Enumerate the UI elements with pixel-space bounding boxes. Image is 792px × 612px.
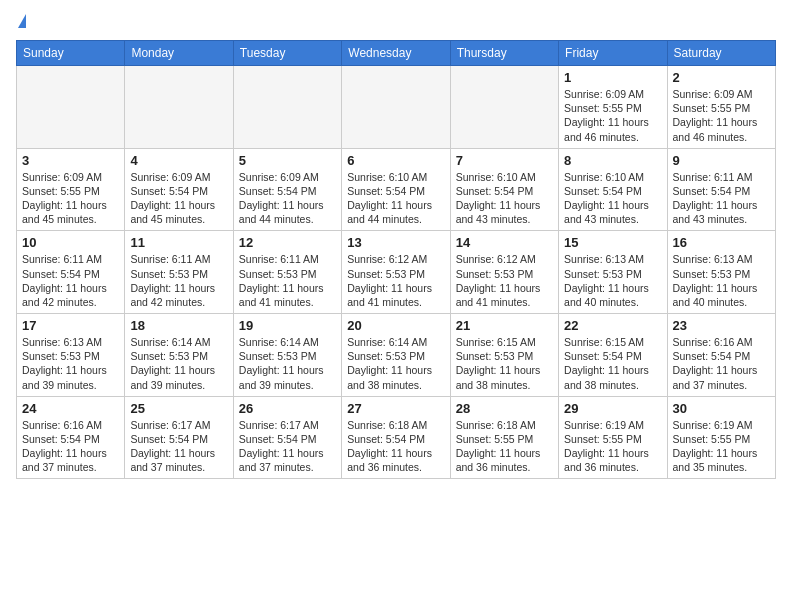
col-header-saturday: Saturday bbox=[667, 41, 775, 66]
calendar-table: SundayMondayTuesdayWednesdayThursdayFrid… bbox=[16, 40, 776, 479]
calendar-cell bbox=[125, 66, 233, 149]
calendar-cell: 18Sunrise: 6:14 AM Sunset: 5:53 PM Dayli… bbox=[125, 314, 233, 397]
calendar-cell: 14Sunrise: 6:12 AM Sunset: 5:53 PM Dayli… bbox=[450, 231, 558, 314]
day-info: Sunrise: 6:10 AM Sunset: 5:54 PM Dayligh… bbox=[347, 170, 444, 227]
calendar-cell: 30Sunrise: 6:19 AM Sunset: 5:55 PM Dayli… bbox=[667, 396, 775, 479]
day-number: 3 bbox=[22, 153, 119, 168]
col-header-sunday: Sunday bbox=[17, 41, 125, 66]
calendar-cell: 5Sunrise: 6:09 AM Sunset: 5:54 PM Daylig… bbox=[233, 148, 341, 231]
calendar-cell: 8Sunrise: 6:10 AM Sunset: 5:54 PM Daylig… bbox=[559, 148, 667, 231]
day-number: 27 bbox=[347, 401, 444, 416]
calendar-cell: 2Sunrise: 6:09 AM Sunset: 5:55 PM Daylig… bbox=[667, 66, 775, 149]
day-info: Sunrise: 6:16 AM Sunset: 5:54 PM Dayligh… bbox=[673, 335, 770, 392]
calendar-cell: 12Sunrise: 6:11 AM Sunset: 5:53 PM Dayli… bbox=[233, 231, 341, 314]
calendar-cell: 4Sunrise: 6:09 AM Sunset: 5:54 PM Daylig… bbox=[125, 148, 233, 231]
day-number: 1 bbox=[564, 70, 661, 85]
day-number: 11 bbox=[130, 235, 227, 250]
calendar-week-row: 24Sunrise: 6:16 AM Sunset: 5:54 PM Dayli… bbox=[17, 396, 776, 479]
day-info: Sunrise: 6:09 AM Sunset: 5:54 PM Dayligh… bbox=[130, 170, 227, 227]
day-info: Sunrise: 6:13 AM Sunset: 5:53 PM Dayligh… bbox=[564, 252, 661, 309]
day-info: Sunrise: 6:09 AM Sunset: 5:54 PM Dayligh… bbox=[239, 170, 336, 227]
day-info: Sunrise: 6:15 AM Sunset: 5:53 PM Dayligh… bbox=[456, 335, 553, 392]
col-header-friday: Friday bbox=[559, 41, 667, 66]
day-info: Sunrise: 6:14 AM Sunset: 5:53 PM Dayligh… bbox=[130, 335, 227, 392]
day-number: 19 bbox=[239, 318, 336, 333]
day-number: 15 bbox=[564, 235, 661, 250]
calendar-cell: 23Sunrise: 6:16 AM Sunset: 5:54 PM Dayli… bbox=[667, 314, 775, 397]
day-number: 14 bbox=[456, 235, 553, 250]
day-number: 29 bbox=[564, 401, 661, 416]
day-info: Sunrise: 6:09 AM Sunset: 5:55 PM Dayligh… bbox=[564, 87, 661, 144]
calendar-cell bbox=[450, 66, 558, 149]
day-info: Sunrise: 6:14 AM Sunset: 5:53 PM Dayligh… bbox=[347, 335, 444, 392]
calendar-cell: 26Sunrise: 6:17 AM Sunset: 5:54 PM Dayli… bbox=[233, 396, 341, 479]
day-info: Sunrise: 6:17 AM Sunset: 5:54 PM Dayligh… bbox=[130, 418, 227, 475]
day-number: 4 bbox=[130, 153, 227, 168]
calendar-cell: 3Sunrise: 6:09 AM Sunset: 5:55 PM Daylig… bbox=[17, 148, 125, 231]
day-info: Sunrise: 6:15 AM Sunset: 5:54 PM Dayligh… bbox=[564, 335, 661, 392]
calendar-cell: 1Sunrise: 6:09 AM Sunset: 5:55 PM Daylig… bbox=[559, 66, 667, 149]
day-info: Sunrise: 6:12 AM Sunset: 5:53 PM Dayligh… bbox=[347, 252, 444, 309]
calendar-cell: 15Sunrise: 6:13 AM Sunset: 5:53 PM Dayli… bbox=[559, 231, 667, 314]
calendar-cell: 20Sunrise: 6:14 AM Sunset: 5:53 PM Dayli… bbox=[342, 314, 450, 397]
day-info: Sunrise: 6:13 AM Sunset: 5:53 PM Dayligh… bbox=[22, 335, 119, 392]
day-number: 21 bbox=[456, 318, 553, 333]
day-info: Sunrise: 6:09 AM Sunset: 5:55 PM Dayligh… bbox=[673, 87, 770, 144]
calendar-cell: 29Sunrise: 6:19 AM Sunset: 5:55 PM Dayli… bbox=[559, 396, 667, 479]
calendar-cell: 19Sunrise: 6:14 AM Sunset: 5:53 PM Dayli… bbox=[233, 314, 341, 397]
calendar-cell: 27Sunrise: 6:18 AM Sunset: 5:54 PM Dayli… bbox=[342, 396, 450, 479]
day-info: Sunrise: 6:18 AM Sunset: 5:55 PM Dayligh… bbox=[456, 418, 553, 475]
day-number: 10 bbox=[22, 235, 119, 250]
calendar-cell: 16Sunrise: 6:13 AM Sunset: 5:53 PM Dayli… bbox=[667, 231, 775, 314]
col-header-monday: Monday bbox=[125, 41, 233, 66]
calendar-cell: 25Sunrise: 6:17 AM Sunset: 5:54 PM Dayli… bbox=[125, 396, 233, 479]
calendar-cell: 9Sunrise: 6:11 AM Sunset: 5:54 PM Daylig… bbox=[667, 148, 775, 231]
calendar-cell: 11Sunrise: 6:11 AM Sunset: 5:53 PM Dayli… bbox=[125, 231, 233, 314]
logo-triangle-icon bbox=[18, 14, 26, 28]
day-number: 8 bbox=[564, 153, 661, 168]
col-header-tuesday: Tuesday bbox=[233, 41, 341, 66]
day-info: Sunrise: 6:13 AM Sunset: 5:53 PM Dayligh… bbox=[673, 252, 770, 309]
day-number: 5 bbox=[239, 153, 336, 168]
calendar-week-row: 3Sunrise: 6:09 AM Sunset: 5:55 PM Daylig… bbox=[17, 148, 776, 231]
logo bbox=[16, 16, 26, 28]
calendar-cell: 28Sunrise: 6:18 AM Sunset: 5:55 PM Dayli… bbox=[450, 396, 558, 479]
day-info: Sunrise: 6:11 AM Sunset: 5:53 PM Dayligh… bbox=[130, 252, 227, 309]
day-number: 28 bbox=[456, 401, 553, 416]
day-number: 20 bbox=[347, 318, 444, 333]
col-header-wednesday: Wednesday bbox=[342, 41, 450, 66]
day-info: Sunrise: 6:19 AM Sunset: 5:55 PM Dayligh… bbox=[673, 418, 770, 475]
day-number: 30 bbox=[673, 401, 770, 416]
day-number: 25 bbox=[130, 401, 227, 416]
day-number: 26 bbox=[239, 401, 336, 416]
calendar-week-row: 1Sunrise: 6:09 AM Sunset: 5:55 PM Daylig… bbox=[17, 66, 776, 149]
calendar-cell: 21Sunrise: 6:15 AM Sunset: 5:53 PM Dayli… bbox=[450, 314, 558, 397]
calendar-cell bbox=[233, 66, 341, 149]
day-info: Sunrise: 6:14 AM Sunset: 5:53 PM Dayligh… bbox=[239, 335, 336, 392]
day-number: 23 bbox=[673, 318, 770, 333]
day-number: 18 bbox=[130, 318, 227, 333]
day-info: Sunrise: 6:10 AM Sunset: 5:54 PM Dayligh… bbox=[564, 170, 661, 227]
calendar-week-row: 17Sunrise: 6:13 AM Sunset: 5:53 PM Dayli… bbox=[17, 314, 776, 397]
calendar-header-row: SundayMondayTuesdayWednesdayThursdayFrid… bbox=[17, 41, 776, 66]
day-info: Sunrise: 6:12 AM Sunset: 5:53 PM Dayligh… bbox=[456, 252, 553, 309]
day-info: Sunrise: 6:09 AM Sunset: 5:55 PM Dayligh… bbox=[22, 170, 119, 227]
day-number: 17 bbox=[22, 318, 119, 333]
calendar-week-row: 10Sunrise: 6:11 AM Sunset: 5:54 PM Dayli… bbox=[17, 231, 776, 314]
calendar-cell: 7Sunrise: 6:10 AM Sunset: 5:54 PM Daylig… bbox=[450, 148, 558, 231]
calendar-cell: 22Sunrise: 6:15 AM Sunset: 5:54 PM Dayli… bbox=[559, 314, 667, 397]
day-info: Sunrise: 6:19 AM Sunset: 5:55 PM Dayligh… bbox=[564, 418, 661, 475]
day-number: 16 bbox=[673, 235, 770, 250]
day-info: Sunrise: 6:11 AM Sunset: 5:53 PM Dayligh… bbox=[239, 252, 336, 309]
day-number: 9 bbox=[673, 153, 770, 168]
day-number: 7 bbox=[456, 153, 553, 168]
day-info: Sunrise: 6:17 AM Sunset: 5:54 PM Dayligh… bbox=[239, 418, 336, 475]
day-info: Sunrise: 6:11 AM Sunset: 5:54 PM Dayligh… bbox=[22, 252, 119, 309]
day-info: Sunrise: 6:11 AM Sunset: 5:54 PM Dayligh… bbox=[673, 170, 770, 227]
calendar-cell: 24Sunrise: 6:16 AM Sunset: 5:54 PM Dayli… bbox=[17, 396, 125, 479]
day-info: Sunrise: 6:18 AM Sunset: 5:54 PM Dayligh… bbox=[347, 418, 444, 475]
calendar-cell: 17Sunrise: 6:13 AM Sunset: 5:53 PM Dayli… bbox=[17, 314, 125, 397]
day-number: 12 bbox=[239, 235, 336, 250]
calendar-cell: 13Sunrise: 6:12 AM Sunset: 5:53 PM Dayli… bbox=[342, 231, 450, 314]
day-number: 22 bbox=[564, 318, 661, 333]
